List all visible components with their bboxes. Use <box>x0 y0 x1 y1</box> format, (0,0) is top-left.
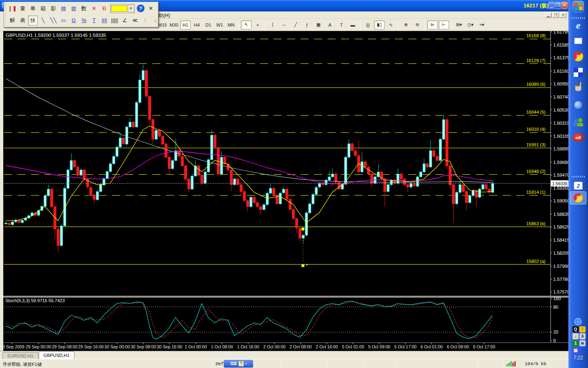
tray-qq-messenger-icon[interactable]: Q <box>572 326 579 332</box>
quick-button[interactable]: 快 <box>28 16 38 25</box>
status-bar: 寻求帮助, 请按F1键 Def ⌨ ? ▾ 104/0 kb <box>0 359 568 368</box>
mt4-window: 16217 (极) ▁ ❐ ✕ 帮助(H) ▁❐✕ 5M15M30H1H4D1W… <box>0 0 568 368</box>
close-button[interactable]: ✕ <box>561 2 568 9</box>
fan-button[interactable]: ∠ <box>120 16 129 25</box>
mt4-terminal-button[interactable]: S <box>570 191 586 204</box>
svg-text:100: 100 <box>553 296 561 301</box>
shadow-button[interactable]: 影 <box>49 4 58 13</box>
tray-input-method-b-icon[interactable]: A <box>579 333 586 339</box>
candlestick-button[interactable]: ▮▯ <box>374 20 385 29</box>
chart-shift-button[interactable]: ⊢ <box>439 20 449 29</box>
svg-text:30 Sep 16:00: 30 Sep 16:00 <box>157 344 183 349</box>
svg-text:1.59470: 1.59470 <box>553 173 568 177</box>
toolbar-grip[interactable] <box>5 3 6 26</box>
svg-text:6 Oct 17:00: 6 Oct 17:00 <box>473 344 495 349</box>
line-color-picker[interactable]: ▼ <box>110 4 135 13</box>
fibonacci-tool[interactable]: ƒ <box>302 20 312 29</box>
language-options-icon[interactable]: ▾ <box>245 362 247 366</box>
box-button[interactable]: 箱 <box>38 4 48 13</box>
chart-tab-eurusd-h1[interactable]: EURUSD,H1 <box>2 352 38 359</box>
mdi-minimize-button[interactable]: ▁ <box>545 12 552 18</box>
histogram-left-button[interactable]: ▤ <box>59 4 68 13</box>
mdi-window-buttons: ▁❐✕ <box>545 12 566 18</box>
crosshair-tool[interactable]: + <box>252 20 263 29</box>
svg-text:2 Oct 16:00: 2 Oct 16:00 <box>316 344 338 349</box>
svg-text:15914 (1): 15914 (1) <box>526 190 546 195</box>
line-chart-button[interactable]: ∿ <box>385 20 396 29</box>
indicators-button[interactable]: ⊞▾ <box>454 20 464 29</box>
app-window-2-button[interactable]: 2 <box>572 180 584 191</box>
language-help-icon[interactable]: ? <box>238 361 244 366</box>
text-line-button[interactable]: T <box>89 16 99 25</box>
mdi-restore-button[interactable]: ❐ <box>552 12 559 18</box>
minimize-button[interactable]: ▁ <box>548 2 555 9</box>
cursor-tool[interactable]: ↖ <box>241 20 252 29</box>
tf-h4[interactable]: H4 <box>192 20 202 29</box>
svg-text:1.57780: 1.57780 <box>553 277 568 282</box>
histogram-right-button[interactable]: ▥ <box>69 4 78 13</box>
gann-fan-button[interactable]: ≪ <box>130 16 140 25</box>
table-button[interactable]: 表 <box>18 16 27 25</box>
vertical-line-tool[interactable]: ∣ <box>267 20 278 29</box>
language-bar[interactable]: ⌨ ? ▾ <box>224 360 253 368</box>
order-button[interactable]: 单 <box>28 4 38 13</box>
periods-button[interactable]: ◷▾ <box>465 20 476 29</box>
trendline-button[interactable]: ╲ <box>38 16 48 25</box>
arrow-tool[interactable]: A <box>325 20 335 29</box>
delete-cross-button[interactable]: ✕ <box>89 4 99 13</box>
explain-button[interactable]: 解 <box>8 16 17 25</box>
chart-canvas[interactable]: 16168 (8)16128 (7)16089 (6)16044 (5)1601… <box>3 31 568 351</box>
gann-line-button[interactable]: G <box>69 16 78 25</box>
tf-m30[interactable]: M30 <box>169 20 179 29</box>
zoom-in-button[interactable]: ⊕ <box>401 20 411 29</box>
auto-scroll-button[interactable]: ⊳ <box>427 20 438 29</box>
close-toolbar-button[interactable]: ✕ <box>146 4 156 13</box>
mdi-close-button[interactable]: ✕ <box>560 12 566 18</box>
chart-tab-gbpusd-h1[interactable]: GBPUSD,H1 <box>39 351 75 359</box>
tray-address-book-icon[interactable]: ▤ <box>572 347 579 353</box>
templates-button[interactable]: ≈▾ <box>477 20 487 29</box>
text-label-tool[interactable]: T <box>336 20 347 29</box>
tf-h1[interactable]: H1 <box>180 20 191 29</box>
rectangle-button[interactable]: ▭ <box>59 16 68 25</box>
restore-button[interactable]: ❐ <box>555 2 561 9</box>
resize-grip[interactable] <box>561 361 568 367</box>
cycle-lines-button[interactable]: |||| <box>100 16 109 25</box>
help-button[interactable]: ? <box>137 4 145 12</box>
delete-data-button[interactable]: Ð <box>100 4 109 13</box>
svg-text:1.61585: 1.61585 <box>553 43 568 47</box>
down-arrow-button[interactable]: ↓ <box>151 16 160 25</box>
keyboard-icon[interactable]: ⌨ <box>230 361 237 366</box>
bar-chart-button[interactable]: ||| <box>363 20 373 29</box>
tray-network-status-icon[interactable]: ≋ <box>579 340 586 346</box>
grid-tool[interactable]: ▦ <box>313 20 324 29</box>
svg-text:16016 (4): 16016 (4) <box>526 127 546 132</box>
status-divider <box>281 361 281 367</box>
channel-button[interactable]: ╲╲ <box>49 16 58 25</box>
svg-text:GBPUSD,H1 1.59200 1.59337 1.5: GBPUSD,H1 1.59200 1.59337 1.59145 1.5933… <box>6 33 106 38</box>
tf-mn[interactable]: MN <box>226 20 236 29</box>
tf-d1[interactable]: D1 <box>203 20 214 29</box>
tf-w1[interactable]: W1 <box>214 20 225 29</box>
volume-button[interactable]: 量 <box>18 4 27 13</box>
numbers-button[interactable]: 数 <box>79 4 89 13</box>
hide-icons-chevron-icon[interactable]: ‹ <box>575 318 581 325</box>
candlestick-chart-button[interactable]: ❙❚ <box>8 4 17 13</box>
svg-text:1 Oct 00:00: 1 Oct 00:00 <box>185 344 207 349</box>
tray-locale-indicator-icon[interactable]: 1 <box>572 340 579 346</box>
floating-toolbar[interactable]: ❙❚量单箱影▤▥数✕Ð▼?✕ 解表快╲╲╲▭G%T|||||||||∠≪↑↓ <box>4 2 158 27</box>
shapes-tool[interactable]: ▬ <box>347 20 358 29</box>
trendline-tool[interactable]: ╱ <box>290 20 301 29</box>
chart-tab-bar: EURUSD,H1GBPUSD,H1 <box>0 351 568 359</box>
horizontal-line-tool[interactable]: ─ <box>279 20 290 29</box>
fibo-line-button[interactable]: % <box>79 16 89 25</box>
svg-text:1 Oct 16:00: 1 Oct 16:00 <box>237 344 259 349</box>
tray-input-method-a-icon[interactable]: ↓ <box>572 333 579 339</box>
cycle-lines-dense-button[interactable]: ||||| <box>110 16 119 25</box>
up-arrow-button[interactable]: ↑ <box>140 16 150 25</box>
zoom-out-button[interactable]: ⊖ <box>412 20 423 29</box>
status-divider <box>503 361 503 367</box>
chevron-down-icon[interactable]: ▼ <box>128 5 134 12</box>
tray-security-alert-shield-icon[interactable]: ! <box>579 326 586 332</box>
running-apps-separator <box>572 176 585 177</box>
